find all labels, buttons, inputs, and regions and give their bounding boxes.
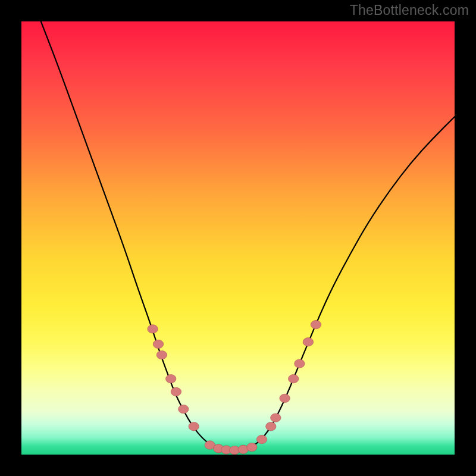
data-dot bbox=[295, 359, 305, 368]
chart-frame: TheBottleneck.com bbox=[0, 0, 476, 476]
data-dot bbox=[303, 338, 313, 346]
plot-area bbox=[21, 21, 455, 455]
data-dot bbox=[178, 405, 189, 413]
data-dot bbox=[148, 325, 158, 333]
data-dot-group bbox=[148, 320, 321, 455]
data-dot bbox=[289, 374, 299, 383]
data-dot bbox=[280, 394, 290, 402]
watermark-text: TheBottleneck.com bbox=[350, 2, 469, 18]
data-dot bbox=[271, 414, 281, 422]
data-dot bbox=[256, 435, 267, 443]
data-dot bbox=[171, 387, 181, 396]
data-dot bbox=[153, 340, 163, 348]
data-dot bbox=[266, 422, 276, 431]
chart-svg bbox=[21, 21, 455, 455]
data-dot bbox=[166, 374, 176, 383]
bottleneck-curve bbox=[41, 21, 455, 450]
data-dot bbox=[156, 350, 167, 359]
data-dot bbox=[247, 443, 257, 451]
data-dot bbox=[311, 320, 321, 328]
data-dot bbox=[189, 422, 199, 431]
